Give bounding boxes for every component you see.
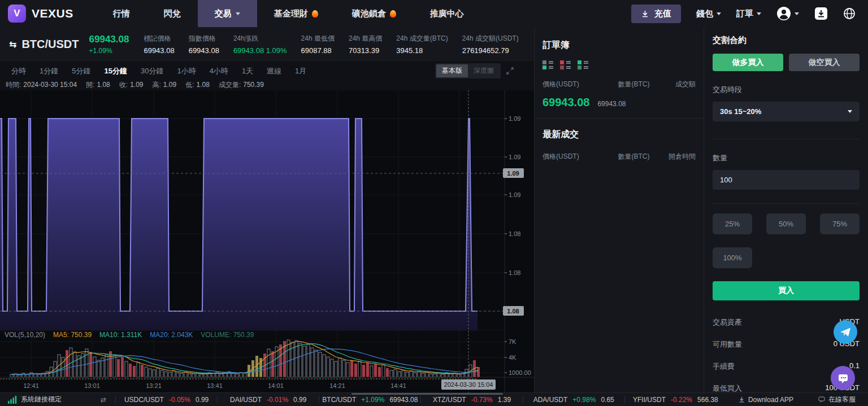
nav-item-markets[interactable]: 行情 xyxy=(96,0,147,27)
book-asks-only-icon[interactable] xyxy=(560,60,571,69)
volume-bar xyxy=(410,371,413,377)
book-bids-only-icon[interactable] xyxy=(578,60,589,69)
volume-bar xyxy=(244,373,246,377)
volume-bar xyxy=(342,360,345,377)
language-globe-icon[interactable] xyxy=(843,7,856,20)
live-chat-button[interactable] xyxy=(831,366,855,390)
download-app-icon[interactable] xyxy=(814,7,828,20)
chevron-down-icon xyxy=(236,12,240,15)
volume-bar xyxy=(220,374,223,377)
download-app-link[interactable]: Download APP xyxy=(726,396,806,404)
price-area xyxy=(0,119,478,330)
svg-text:1.09: 1.09 xyxy=(509,191,520,198)
volume-bar xyxy=(117,359,120,377)
svg-text:12:41: 12:41 xyxy=(23,382,39,389)
top-nav: V VEXUS 行情 閃兌 交易 基金理財 礦池鎖倉 推廣中心 充值 錢包 訂單 xyxy=(0,0,868,27)
volume-bar xyxy=(129,364,132,377)
volume-bar xyxy=(212,373,215,377)
volume-bar xyxy=(10,374,13,377)
footer-ticker-usdc[interactable]: USDC/USDT-0.05%0.99 xyxy=(116,396,217,404)
tab-timeframe-1w[interactable]: 週線 xyxy=(260,66,288,76)
percent-100-button[interactable]: 100% xyxy=(713,247,752,268)
nav-item-mining[interactable]: 礦池鎖倉 xyxy=(335,0,413,27)
stat-24h-low: 24h 最低價69087.88 xyxy=(301,34,335,55)
footer-ticker-btc[interactable]: BTC/USDT+1.09%69943.08 xyxy=(319,396,420,404)
chart-view-toggle: 基本版 深度圖 xyxy=(435,63,501,78)
footer-ticker-ada[interactable]: ADA/USDT+0.98%0.65 xyxy=(523,396,624,404)
svg-text:13:41: 13:41 xyxy=(207,382,223,389)
pair-symbol: BTC/USDT xyxy=(21,38,79,51)
tab-timeframe-1d[interactable]: 1天 xyxy=(235,66,260,76)
tab-timeframe-time[interactable]: 分時 xyxy=(5,66,33,76)
svg-text:2024-03-30 15:04: 2024-03-30 15:04 xyxy=(444,381,493,388)
tab-timeframe-5m[interactable]: 5分鐘 xyxy=(65,66,97,76)
tab-basic-view[interactable]: 基本版 xyxy=(436,64,468,77)
svg-text:1.08: 1.08 xyxy=(507,308,519,315)
amount-input[interactable] xyxy=(713,170,860,190)
orders-menu[interactable]: 訂單 xyxy=(736,8,761,19)
last-price: 69943.08 xyxy=(89,34,129,45)
volume-bar xyxy=(370,366,373,377)
volume-bar xyxy=(125,361,128,377)
book-both-sides-icon[interactable] xyxy=(542,60,554,69)
nav-item-promotion[interactable]: 推廣中心 xyxy=(413,0,481,27)
nav-item-trade[interactable]: 交易 xyxy=(198,0,257,27)
user-icon xyxy=(776,6,791,21)
stat-mark-price: 標記價格69943.08 xyxy=(144,34,174,55)
recharge-button[interactable]: 充值 xyxy=(631,5,681,23)
price-chart[interactable]: 1.091.091.091.081.081.087K4K1000.001.091… xyxy=(0,90,534,392)
volume-bar xyxy=(196,373,199,377)
online-service-link[interactable]: 在線客服 xyxy=(806,395,868,404)
stat-24h-volume: 24h 成交量(BTC)3945.18 xyxy=(396,34,448,55)
connection-status: 系統鏈接穩定 xyxy=(0,395,101,404)
wallet-menu[interactable]: 錢包 xyxy=(696,8,721,19)
tab-timeframe-15m[interactable]: 15分鐘 xyxy=(97,66,133,76)
nav-item-swap[interactable]: 閃兌 xyxy=(147,0,198,27)
volume-bar xyxy=(160,370,163,377)
tab-timeframe-1mo[interactable]: 1月 xyxy=(288,66,313,76)
volume-bar xyxy=(66,350,68,377)
ohlc-readout: 時間:2024-03-30 15:04 開:1.08 收:1.09 高:1.09… xyxy=(0,80,534,90)
svg-text:13:01: 13:01 xyxy=(84,382,100,389)
download-icon xyxy=(739,396,745,403)
fullscreen-icon[interactable] xyxy=(506,67,514,75)
volume-bar xyxy=(386,368,389,377)
signal-bars-icon xyxy=(8,396,17,404)
percent-75-button[interactable]: 75% xyxy=(820,213,860,234)
chevron-down-icon xyxy=(848,110,852,113)
telegram-button[interactable] xyxy=(834,320,857,344)
fire-icon xyxy=(390,10,396,18)
volume-bar xyxy=(414,373,416,377)
buy-button[interactable]: 買入 xyxy=(713,281,860,300)
volume-bar xyxy=(319,352,322,377)
tab-timeframe-1m[interactable]: 1分鐘 xyxy=(33,66,65,76)
tab-timeframe-30m[interactable]: 30分鐘 xyxy=(134,66,170,76)
tab-timeframe-1h[interactable]: 1小時 xyxy=(170,66,202,76)
volume-bar xyxy=(26,374,29,377)
profile-menu[interactable] xyxy=(776,6,799,21)
volume-bar xyxy=(121,357,124,377)
percent-25-button[interactable]: 25% xyxy=(713,213,752,234)
horizontal-scrollbar[interactable] xyxy=(351,393,503,395)
brand[interactable]: V VEXUS xyxy=(0,5,96,23)
period-select[interactable]: 30s 15~20% xyxy=(713,102,860,121)
buy-long-tab[interactable]: 做多買入 xyxy=(713,54,783,71)
buy-short-tab[interactable]: 做空買入 xyxy=(789,54,860,71)
footer-ticker-dai[interactable]: DAI/USDT-0.01%0.99 xyxy=(218,396,319,404)
volume-bar xyxy=(394,369,397,377)
nav-item-funds[interactable]: 基金理財 xyxy=(257,0,335,27)
orderbook-last-price: 69943.08 xyxy=(542,96,589,109)
volume-bar xyxy=(390,370,393,377)
volume-bar xyxy=(374,364,377,377)
tab-depth-view[interactable]: 深度圖 xyxy=(468,64,500,77)
symbol-selector[interactable]: ⇆ BTC/USDT xyxy=(0,38,89,51)
refresh-tickers-icon[interactable]: ⇄ xyxy=(101,396,115,404)
footer-ticker-yfii[interactable]: YFII/USDT-0.22%566.38 xyxy=(625,396,726,404)
volume-bar xyxy=(34,374,37,377)
volume-bar xyxy=(105,355,108,377)
percent-50-button[interactable]: 50% xyxy=(766,213,806,234)
volume-bar xyxy=(73,352,76,377)
footer-ticker-xtz[interactable]: XTZ/USDT-0.73%1.39 xyxy=(421,396,522,404)
tab-timeframe-4h[interactable]: 4小時 xyxy=(203,66,235,76)
volume-bar xyxy=(449,374,452,377)
